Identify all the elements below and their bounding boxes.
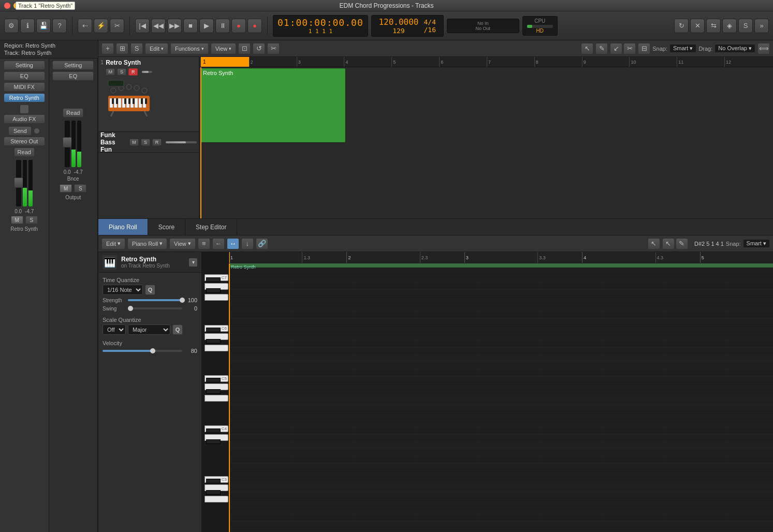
solo-button-ch2[interactable]: S bbox=[74, 184, 86, 193]
tab-score[interactable]: Score bbox=[148, 219, 185, 235]
setting-button-ch1[interactable]: Setting bbox=[4, 61, 45, 70]
track-mute-1[interactable]: M bbox=[106, 68, 115, 76]
time-quantize-select[interactable]: 1/16 Note 1/8 Note 1/4 Note bbox=[103, 285, 143, 295]
track-record-1[interactable]: R bbox=[128, 68, 138, 76]
track-view-button[interactable]: ⊞ bbox=[116, 43, 128, 54]
pr-snap-value[interactable]: Smart ▾ bbox=[743, 239, 770, 248]
swing-slider[interactable] bbox=[128, 307, 182, 309]
pr-link-btn[interactable]: 🔗 bbox=[256, 238, 268, 249]
mute-button-ch2[interactable]: M bbox=[60, 184, 72, 193]
drag-value[interactable]: No Overlap ▾ bbox=[714, 44, 755, 53]
region-block-1[interactable]: Retro Synth bbox=[200, 68, 345, 142]
pr-tool1[interactable]: ← bbox=[212, 238, 225, 249]
pr-view-button[interactable]: View ▾ bbox=[169, 238, 196, 249]
region-label: Region: Retro Synth bbox=[4, 42, 94, 49]
sync-button[interactable]: ↻ bbox=[674, 19, 689, 33]
compare-button[interactable]: ⇆ bbox=[706, 19, 721, 33]
pr-tool3[interactable]: ↓ bbox=[241, 238, 254, 249]
pr-grid-area[interactable]: 1 1.3 2 2.3 3 3.3 4 4.3 5 bbox=[229, 252, 773, 532]
master-button[interactable]: ◈ bbox=[722, 19, 737, 33]
key-white-3 bbox=[205, 294, 228, 301]
stop-button[interactable]: ■ bbox=[183, 19, 198, 33]
S-button[interactable]: S bbox=[738, 19, 753, 33]
svg-rect-34 bbox=[229, 485, 773, 492]
midi-fx-button-ch1[interactable]: MIDI FX bbox=[4, 82, 45, 92]
solo-button-ch1[interactable]: S bbox=[25, 216, 38, 224]
mixer-button[interactable]: ⚡ bbox=[94, 19, 108, 33]
filter-btn[interactable]: ⊟ bbox=[638, 43, 650, 54]
time-quantize-q-btn[interactable]: Q bbox=[145, 285, 155, 295]
hd-label: HD bbox=[536, 28, 543, 34]
cut-button[interactable]: ✂ bbox=[110, 19, 124, 33]
eq-button-ch2[interactable]: EQ bbox=[52, 71, 94, 81]
info-button[interactable]: ℹ bbox=[20, 19, 35, 33]
scale-quantize-q-btn[interactable]: Q bbox=[172, 324, 183, 335]
setting-button-ch2[interactable]: Setting bbox=[52, 61, 94, 70]
audio-fx-button-ch1[interactable]: Audio FX bbox=[4, 114, 45, 124]
go-start-button[interactable]: |◀ bbox=[135, 19, 150, 33]
pencil-tool[interactable]: ✎ bbox=[595, 43, 608, 54]
track-record-2[interactable]: R bbox=[152, 139, 162, 146]
scale-type-select[interactable]: Major Minor Pentatonic bbox=[128, 324, 170, 335]
functions-menu-button[interactable]: Functions ▾ bbox=[170, 43, 209, 54]
cursor-tool[interactable]: ↖ bbox=[581, 43, 593, 54]
tool3[interactable]: ↙ bbox=[610, 43, 622, 54]
settings-button[interactable]: ⚙ bbox=[4, 19, 19, 33]
resize-btn[interactable]: ⟺ bbox=[757, 43, 770, 54]
S-track-button[interactable]: S bbox=[130, 43, 143, 54]
tool4[interactable]: ✂ bbox=[623, 43, 636, 54]
time-quantize-group: Time Quantize 1/16 Note 1/8 Note 1/4 Not… bbox=[103, 277, 197, 312]
instrument-button-ch1[interactable]: Retro Synth bbox=[4, 93, 45, 102]
fader-handle-ch1[interactable] bbox=[14, 178, 23, 188]
rewind-button2[interactable]: ◀◀ bbox=[151, 19, 166, 33]
svg-rect-15 bbox=[128, 98, 130, 104]
eq-button-ch1[interactable]: EQ bbox=[4, 71, 45, 81]
more-button[interactable]: » bbox=[754, 19, 769, 33]
pr-tool-a[interactable]: ↖ bbox=[662, 238, 675, 249]
punch-button[interactable]: ● bbox=[247, 19, 262, 33]
snap-value[interactable]: Smart ▾ bbox=[669, 44, 696, 53]
scale-off-select[interactable]: Off On bbox=[103, 324, 126, 335]
add-track-button[interactable]: + bbox=[101, 43, 114, 54]
x-button[interactable]: ✕ bbox=[690, 19, 705, 33]
track-mute-2[interactable]: M bbox=[129, 139, 139, 146]
fast-forward-button[interactable]: ▶▶ bbox=[167, 19, 182, 33]
pr-tool-b[interactable]: ✎ bbox=[676, 238, 688, 249]
velocity-slider[interactable] bbox=[103, 350, 182, 352]
tab-step-editor[interactable]: Step Editor bbox=[185, 219, 237, 235]
pr-track-expand[interactable]: ▾ bbox=[189, 258, 197, 267]
track-solo-1[interactable]: S bbox=[117, 68, 126, 76]
view-menu-button[interactable]: View ▾ bbox=[211, 43, 237, 54]
help-button[interactable]: ? bbox=[52, 19, 67, 33]
pr-cursor-tool[interactable]: ↖ bbox=[648, 238, 660, 249]
read-button-ch1[interactable]: Read bbox=[14, 147, 35, 157]
rewind-button[interactable]: ⇠ bbox=[78, 19, 92, 33]
key-white-10 bbox=[205, 496, 228, 503]
stereo-out-button-ch1[interactable]: Stereo Out bbox=[4, 137, 45, 146]
pr-functions-button[interactable]: Piano Roll ▾ bbox=[127, 238, 167, 249]
bounce-btn[interactable]: Bnce bbox=[67, 176, 79, 182]
fader-handle-ch2[interactable] bbox=[63, 137, 72, 147]
tab-piano-roll[interactable]: Piano Roll bbox=[98, 219, 148, 235]
edit-tool-button[interactable]: ✂ bbox=[267, 43, 280, 54]
record-button[interactable]: ● bbox=[231, 19, 246, 33]
pr-mark-3-3: 3.3 bbox=[537, 252, 582, 263]
loop-button[interactable]: ↺ bbox=[253, 43, 265, 54]
pr-edit-button[interactable]: Edit ▾ bbox=[101, 238, 125, 249]
send-toggle-ch1[interactable] bbox=[34, 128, 40, 134]
read-button-ch2[interactable]: Read bbox=[63, 108, 83, 117]
edit-menu-button[interactable]: Edit ▾ bbox=[145, 43, 168, 54]
pr-tool2[interactable]: ↔ bbox=[227, 238, 239, 249]
mute-button-ch1[interactable]: M bbox=[11, 216, 23, 224]
pause-button[interactable]: ⏸ bbox=[215, 19, 230, 33]
pr-list-btn[interactable]: ≡ bbox=[198, 238, 210, 249]
track-solo-2[interactable]: S bbox=[141, 139, 150, 146]
send-button-ch1[interactable]: Send bbox=[8, 126, 32, 136]
velocity-row: 80 bbox=[103, 348, 197, 354]
play-button[interactable]: ▶ bbox=[199, 19, 214, 33]
close-button[interactable] bbox=[4, 3, 10, 9]
disk-button[interactable]: 💾 bbox=[36, 19, 51, 33]
pr-note-area bbox=[229, 268, 773, 532]
fit-button[interactable]: ⊡ bbox=[238, 43, 251, 54]
strength-slider[interactable] bbox=[128, 299, 182, 301]
